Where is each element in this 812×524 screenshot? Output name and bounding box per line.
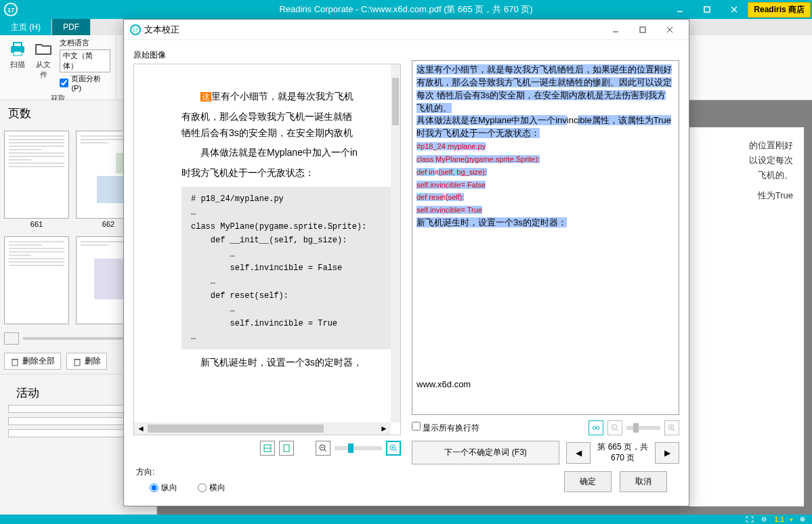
svg-line-37	[673, 429, 675, 431]
show-newlines-checkbox[interactable]: 显示所有换行符	[412, 422, 479, 434]
status-bar: 1:1 ▾	[0, 515, 812, 524]
app-icon: 17	[129, 24, 142, 36]
dialog-minimize-button[interactable]	[602, 20, 629, 40]
svg-text:17: 17	[133, 28, 138, 32]
pageanalysis-checkbox[interactable]	[60, 79, 68, 87]
svg-line-28	[395, 450, 397, 452]
text-correction-dialog: 17 文本校正 原始图像 这里有个小细节，就是每次我方飞机 有敌机，那么会导致我…	[123, 19, 689, 506]
pageanalysis-label: 页面分析(P)	[71, 74, 110, 92]
folder-icon	[34, 39, 53, 58]
text-editor[interactable]: 这里有个小细节，就是每次我方飞机牺牲后，如果诞生的位置刚好 有敌机，那么会导致我…	[412, 60, 679, 415]
maximize-button[interactable]	[693, 0, 721, 19]
doclang-label: 文档语言	[60, 38, 110, 48]
delete-button[interactable]: 删除	[66, 353, 107, 370]
dialog-close-button[interactable]	[656, 20, 683, 40]
shop-badge[interactable]: Readiris 商店	[748, 2, 811, 18]
link-button[interactable]	[589, 420, 603, 435]
zoom-ratio: 1:1	[775, 516, 784, 523]
ok-button[interactable]: 确定	[564, 471, 612, 492]
svg-text:17: 17	[7, 7, 14, 14]
svg-rect-8	[14, 51, 22, 56]
fit-page-button[interactable]	[279, 441, 294, 456]
dialog-title: 文本校正	[144, 24, 179, 36]
delete-all-button[interactable]: 删除全部	[4, 353, 61, 370]
tab-home[interactable]: 主页 (H)	[0, 19, 52, 35]
svg-line-33	[616, 429, 618, 431]
source-image-view: 这里有个小细节，就是每次我方飞机 有敌机，那么会导致我方飞机一诞生就牺 牺牲后会…	[133, 64, 401, 435]
svg-rect-9	[12, 359, 18, 366]
dialog-titlebar: 17 文本校正	[124, 20, 689, 40]
next-page-button[interactable]: ▶	[655, 442, 679, 464]
orientation-landscape[interactable]: 横向	[198, 482, 226, 494]
trash-icon	[10, 357, 20, 366]
svg-rect-30	[596, 427, 599, 429]
tab-pdf[interactable]: PDF	[52, 19, 91, 35]
next-uncertain-word-button[interactable]: 下一个不确定单词 (F3)	[412, 441, 559, 464]
trash-icon	[72, 357, 82, 366]
page-info: 第 665 页，共 670 页	[597, 442, 648, 463]
source-image-label: 原始图像	[133, 47, 401, 64]
fullscreen-icon[interactable]	[745, 515, 754, 523]
svg-rect-11	[74, 359, 80, 366]
scan-button[interactable]: 扫描	[5, 38, 30, 92]
zoom-slider[interactable]	[335, 446, 382, 450]
printer-icon	[8, 39, 27, 58]
zoom-out-button[interactable]	[316, 441, 330, 456]
thumb-661[interactable]: 661	[4, 131, 69, 230]
dialog-maximize-button[interactable]	[629, 20, 656, 40]
orientation-portrait[interactable]: 纵向	[150, 482, 177, 494]
cancel-button[interactable]: 取消	[620, 471, 667, 492]
zoom-in-button[interactable]	[386, 441, 401, 456]
app-logo: 17	[0, 0, 22, 19]
source-code-block: # p18_24/myplane.py … class MyPlane(pyga…	[181, 187, 400, 349]
window-title: Readiris Corporate - C:\www.x6d.com.pdf …	[279, 3, 532, 16]
orientation-label: 方向:	[136, 466, 398, 478]
thumb-663[interactable]	[4, 236, 69, 324]
text-zoom-slider[interactable]	[626, 426, 660, 430]
thumb-zoom-input[interactable]	[4, 332, 19, 345]
fromfile-button[interactable]: 从文件	[30, 38, 57, 92]
text-zoom-in-button[interactable]	[664, 420, 679, 435]
minimize-button[interactable]	[666, 0, 693, 19]
zoom-in-status-icon[interactable]	[798, 515, 808, 523]
close-button[interactable]	[721, 0, 748, 19]
svg-rect-16	[640, 27, 645, 32]
text-zoom-out-button[interactable]	[607, 420, 622, 435]
language-select[interactable]: 中文（简体）	[60, 49, 110, 72]
svg-rect-21	[284, 445, 289, 452]
prev-page-button[interactable]: ◀	[566, 442, 591, 464]
source-scrollbar-vertical[interactable]	[391, 64, 400, 422]
titlebar: 17 Readiris Corporate - C:\www.x6d.com.p…	[0, 0, 812, 19]
source-scrollbar-horizontal[interactable]: ◄►	[134, 422, 391, 435]
zoom-out-status-icon[interactable]	[760, 515, 769, 523]
svg-line-24	[324, 450, 326, 452]
svg-rect-29	[593, 427, 596, 429]
svg-rect-3	[704, 7, 710, 12]
fit-width-button[interactable]	[260, 441, 275, 456]
